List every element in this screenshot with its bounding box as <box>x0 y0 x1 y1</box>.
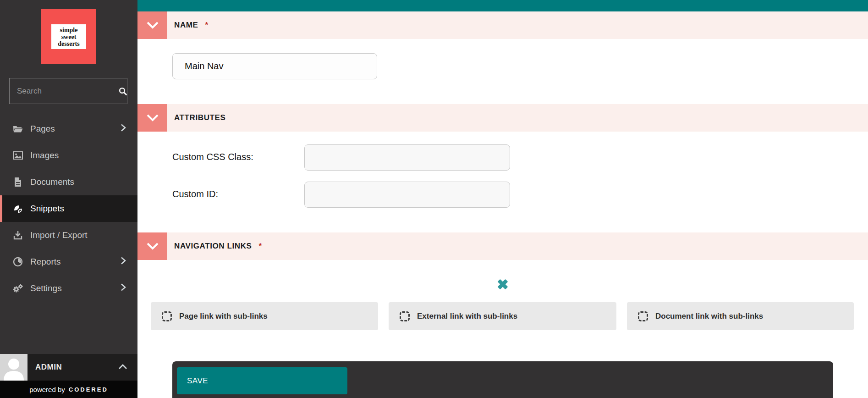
codered-brand-logo: CodeRed <box>69 386 108 393</box>
custom-id-label: Custom ID: <box>172 189 218 199</box>
collapse-toggle-button[interactable] <box>137 11 167 39</box>
custom-css-class-field[interactable] <box>304 144 510 171</box>
powered-by-footer: powered by CodeRed <box>0 381 137 398</box>
dashed-square-icon <box>162 311 172 321</box>
add-external-link-button[interactable]: External link with sub-links <box>389 302 616 330</box>
sidebar-item-documents[interactable]: Documents <box>0 169 137 195</box>
sidebar-item-images[interactable]: Images <box>0 142 137 169</box>
image-icon <box>12 150 24 160</box>
search-icon[interactable] <box>118 87 127 96</box>
chevron-right-icon <box>120 283 126 294</box>
logo-line: desserts <box>58 40 79 47</box>
section-title: ATTRIBUTES <box>174 104 225 132</box>
section-title: NAME * <box>174 11 209 39</box>
sidebar-item-label: Pages <box>30 124 55 134</box>
section-title: NAVIGATION LINKS * <box>174 232 262 260</box>
delete-block-x-icon[interactable] <box>497 278 509 290</box>
folder-icon <box>12 124 24 134</box>
dashed-square-icon <box>400 311 410 321</box>
section-header-attributes: ATTRIBUTES <box>137 104 868 132</box>
reports-icon <box>12 257 24 267</box>
site-logo-text: simple sweet desserts <box>51 24 86 49</box>
custom-id-field[interactable] <box>304 182 510 208</box>
add-document-link-button[interactable]: Document link with sub-links <box>627 302 854 330</box>
form-actions-bar: SAVE <box>172 361 833 398</box>
sidebar-item-settings[interactable]: Settings <box>0 275 137 302</box>
app-window: simple sweet desserts <box>0 0 868 398</box>
sidebar-item-reports[interactable]: Reports <box>0 249 137 275</box>
sidebar-item-pages[interactable]: Pages <box>0 116 137 142</box>
section-header-navigation-links: NAVIGATION LINKS * <box>137 232 868 260</box>
search-input[interactable] <box>17 87 118 96</box>
sidebar: simple sweet desserts <box>0 0 137 398</box>
powered-by-text: powered by <box>29 386 65 393</box>
sidebar-item-label: Snippets <box>30 204 64 214</box>
custom-css-class-label: Custom CSS Class: <box>172 152 253 162</box>
chevron-down-icon <box>146 114 159 122</box>
name-field[interactable] <box>172 53 377 79</box>
sidebar-item-snippets[interactable]: Snippets <box>0 195 137 222</box>
logo-line: sweet <box>61 33 77 40</box>
page-header-bar <box>137 0 868 11</box>
chevron-down-icon <box>146 242 159 250</box>
avatar <box>0 354 27 381</box>
sidebar-item-label: Documents <box>30 177 74 187</box>
chevron-right-icon <box>120 257 126 267</box>
add-page-link-button[interactable]: Page link with sub-links <box>151 302 378 330</box>
document-icon <box>12 177 24 187</box>
collapse-toggle-button[interactable] <box>137 232 167 260</box>
logo-line: simple <box>60 27 78 33</box>
sidebar-item-import-export[interactable]: Import / Export <box>0 222 137 249</box>
sidebar-menu: Pages Images <box>0 116 137 302</box>
chevron-down-icon <box>146 21 159 29</box>
collapse-toggle-button[interactable] <box>137 104 167 132</box>
settings-gears-icon <box>12 283 24 293</box>
admin-account-toggle[interactable]: ADMIN <box>0 354 137 381</box>
add-block-label: External link with sub-links <box>417 312 517 321</box>
required-asterisk: * <box>259 242 262 251</box>
save-button[interactable]: SAVE <box>177 367 347 394</box>
sidebar-item-label: Reports <box>30 257 61 267</box>
section-header-name: NAME * <box>137 11 868 39</box>
snippets-icon <box>12 204 24 214</box>
site-logo: simple sweet desserts <box>41 9 96 64</box>
add-block-label: Page link with sub-links <box>179 312 268 321</box>
sidebar-item-label: Import / Export <box>30 230 88 240</box>
dashed-square-icon <box>638 311 648 321</box>
add-block-label: Document link with sub-links <box>655 312 763 321</box>
chevron-right-icon <box>120 124 126 134</box>
chevron-up-icon <box>118 363 127 371</box>
required-asterisk: * <box>205 21 208 30</box>
admin-username: ADMIN <box>35 363 62 372</box>
sidebar-item-label: Images <box>30 150 59 160</box>
sidebar-item-label: Settings <box>30 283 62 293</box>
sidebar-search <box>9 78 127 104</box>
download-icon <box>12 230 24 240</box>
